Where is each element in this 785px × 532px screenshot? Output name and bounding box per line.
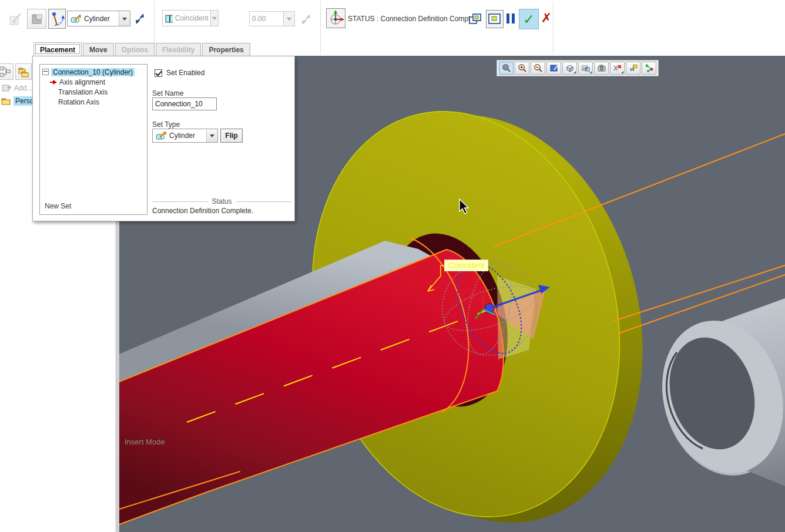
tab-properties[interactable]: Properties [202, 43, 250, 56]
zoom-window-button[interactable] [499, 62, 514, 75]
tag-flag-icon [629, 63, 638, 73]
set-type-label: Set Type [152, 120, 180, 129]
current-constraint-arrow-icon [50, 80, 57, 85]
collapse-icon[interactable] [42, 69, 49, 75]
flip-arrows-icon [133, 12, 146, 25]
dock-panel-icon [488, 12, 502, 26]
repaint-icon [549, 63, 559, 73]
zoom-out-button[interactable] [531, 62, 545, 75]
add-model-icon [2, 83, 12, 92]
cancel-button[interactable]: ✗ [539, 11, 554, 26]
annotation-display-icon: AB [581, 63, 591, 73]
datum-display-icon [613, 63, 622, 73]
close-icon: ✗ [541, 11, 552, 26]
pause-button[interactable] [506, 14, 515, 23]
dashboard-tabs: Placement Move Options Flexibility Prope… [33, 42, 251, 56]
dock-panel-button[interactable] [486, 10, 504, 28]
tab-move[interactable]: Move [83, 43, 114, 56]
constraint-select-dropdown: Coincident [162, 10, 219, 26]
tree-row-rotation-axis[interactable]: Rotation Axis [58, 97, 147, 107]
constraint-tag-label: Coincident [444, 260, 488, 271]
ribbon-toolbar: Cylinder Coincident 0.00 [0, 0, 785, 56]
tree-row-connection[interactable]: Connection_10 (Cylinder) [42, 67, 147, 77]
tab-flexibility: Flexibility [156, 43, 201, 56]
flip-offset-button [298, 12, 314, 27]
mouse-cursor [458, 198, 471, 216]
tree-child-label: Translation Axis [58, 88, 108, 96]
set-name-input[interactable] [152, 97, 217, 110]
datum-display-button[interactable] [610, 62, 625, 75]
zoom-in-icon [518, 63, 527, 73]
constraint-type-dropdown[interactable]: Cylinder [67, 11, 130, 26]
zoom-in-button[interactable] [515, 62, 529, 75]
tree-view-button[interactable] [0, 63, 14, 80]
saved-views-button[interactable] [594, 62, 609, 75]
offset-value: 0.00 [252, 15, 266, 23]
auto-constraint-button[interactable] [48, 9, 66, 29]
application-window: Cylinder Coincident 0.00 [0, 0, 785, 532]
svg-text:AB: AB [582, 66, 588, 70]
ribbon-separator [553, 1, 553, 55]
set-type-dropdown[interactable]: Cylinder [152, 129, 218, 143]
spin-center-icon [645, 63, 654, 73]
manual-placement-icon [29, 11, 45, 26]
set-enabled-label: Set Enabled [166, 69, 204, 77]
folder-browser-button[interactable] [15, 63, 32, 80]
manual-placement-button[interactable] [27, 9, 46, 29]
set-type-arrow[interactable] [206, 129, 217, 142]
annotation-display-button[interactable]: AB [578, 62, 593, 75]
tree-child-label: Axis alignment [59, 78, 105, 86]
tag-display-button[interactable] [626, 62, 640, 75]
flip-button[interactable]: Flip [220, 129, 243, 143]
detach-panel-icon [468, 13, 482, 26]
status-group: Status [152, 201, 291, 202]
tree-root-label: Connection_10 (Cylinder) [51, 68, 135, 76]
set-enabled-checkbox[interactable] [155, 69, 162, 77]
cylinder-type-icon [70, 14, 82, 24]
constraint-select-value: Coincident [175, 14, 209, 22]
gray-tube-part[interactable] [645, 298, 785, 490]
offset-value-combo: 0.00 [249, 11, 295, 26]
flip-offset-icon [300, 13, 313, 26]
pause-icon [512, 14, 515, 23]
hierarchy-icon [0, 65, 12, 78]
flip-orientation-button[interactable] [133, 12, 147, 26]
add-model-row: Add... [2, 83, 32, 92]
coincident-constraint-icon [165, 14, 173, 23]
constraint-type-arrow[interactable] [119, 11, 130, 26]
display-style-button[interactable] [562, 62, 577, 75]
confirm-button[interactable]: ✓ [519, 9, 539, 29]
connection-tree: Connection_10 (Cylinder) Axis alignment … [39, 64, 147, 215]
auto-constraint-icon [49, 11, 65, 27]
spin-center-button[interactable] [642, 62, 656, 75]
dragger-center-handle[interactable] [485, 304, 494, 313]
constraint-type-value: Cylinder [84, 15, 110, 23]
zoom-out-icon [534, 63, 543, 73]
status-message: Connection Definition Complete. [152, 207, 253, 215]
placement-status-button[interactable] [326, 8, 345, 28]
tree-row-translation-axis[interactable]: Translation Axis [58, 87, 147, 97]
user-defined-set-button [7, 10, 25, 28]
set-type-value: Cylinder [169, 132, 195, 140]
set-enabled-row[interactable]: Set Enabled [155, 69, 204, 77]
tab-placement[interactable]: Placement [33, 42, 82, 56]
folder-icon [1, 97, 11, 105]
repaint-button[interactable] [546, 62, 561, 75]
check-icon: ✓ [523, 12, 535, 26]
offset-value-arrow [283, 12, 294, 26]
camera-icon [597, 63, 606, 73]
placement-panel: Connection_10 (Cylinder) Axis alignment … [32, 56, 295, 221]
constraint-select-arrow [210, 11, 218, 26]
folders-icon [17, 65, 30, 78]
detach-panel-button[interactable] [467, 11, 484, 28]
new-set-link[interactable]: New Set [45, 202, 71, 210]
add-model-label: Add... [14, 84, 32, 92]
pause-icon [506, 14, 509, 23]
view-toolbar: AB [497, 60, 659, 76]
insert-mode-indicator: Insert Mode [125, 437, 165, 446]
zoom-window-icon [502, 63, 511, 73]
tree-row-axis-alignment[interactable]: Axis alignment [50, 77, 147, 87]
set-name-label: Set Name [152, 89, 183, 97]
user-defined-set-icon [8, 11, 24, 26]
ribbon-status-text: STATUS : Connection Definition Complete. [348, 15, 482, 23]
